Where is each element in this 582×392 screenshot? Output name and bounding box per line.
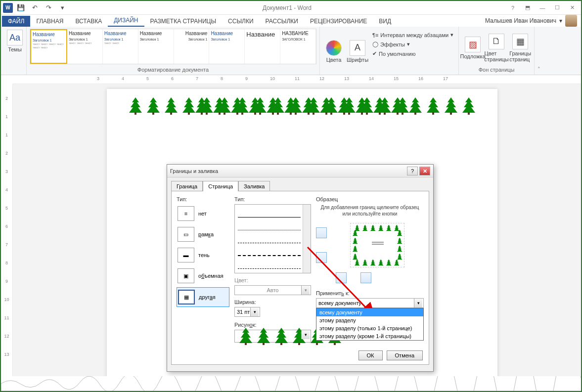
- svg-rect-30: [450, 112, 452, 115]
- svg-rect-31: [468, 112, 470, 115]
- apply-to-list[interactable]: всему документу этому разделу этому разд…: [316, 308, 424, 341]
- ribbon-tabs: ФАЙЛ ГЛАВНАЯ ВСТАВКА ДИЗАЙН РАЗМЕТКА СТР…: [1, 15, 581, 27]
- svg-rect-36: [316, 343, 318, 345]
- colors-icon: [326, 40, 342, 56]
- svg-rect-3: [188, 112, 190, 115]
- svg-rect-26: [379, 112, 381, 115]
- dialog-tab-shading[interactable]: Заливка: [238, 181, 270, 191]
- dialog-title-bar[interactable]: Границы и заливка ? ✕: [167, 165, 433, 177]
- tab-home[interactable]: ГЛАВНАЯ: [30, 16, 69, 27]
- help-button[interactable]: ?: [506, 3, 520, 13]
- svg-rect-32: [245, 343, 247, 345]
- dialog-body: Тип: ≡нет ▭рамка ▬тень ▣объемная ▦другая…: [171, 191, 429, 365]
- redo-button[interactable]: ↷: [43, 2, 54, 13]
- svg-rect-29: [432, 112, 434, 115]
- apply-opt-section-first[interactable]: этому разделу (только 1-й странице): [316, 324, 423, 332]
- preview-box[interactable]: [350, 223, 404, 267]
- svg-rect-17: [219, 112, 221, 115]
- themes-icon: Aa: [7, 30, 23, 45]
- tab-insert[interactable]: ВСТАВКА: [69, 16, 108, 27]
- svg-rect-20: [272, 112, 274, 115]
- tab-design[interactable]: ДИЗАЙН: [108, 15, 144, 27]
- apply-to-dropdown[interactable]: всему документу: [316, 298, 424, 308]
- svg-rect-37: [334, 343, 336, 345]
- apply-label: Применить к:: [316, 290, 424, 296]
- apply-opt-section-except-first[interactable]: этому разделу (кроме 1-й страницы): [316, 332, 423, 340]
- preview-bottom-btn[interactable]: [316, 252, 327, 263]
- user-name: Малышев Иван Иванович: [485, 17, 556, 24]
- svg-rect-23: [325, 112, 327, 115]
- border-right-trees: [193, 96, 478, 117]
- svg-rect-18: [236, 112, 238, 115]
- horizontal-ruler[interactable]: 34567891011121314151617: [13, 75, 581, 84]
- preview-top-btn[interactable]: [316, 227, 327, 238]
- type-label: Тип:: [177, 196, 229, 202]
- tab-page-layout[interactable]: РАЗМЕТКА СТРАНИЦЫ: [144, 16, 223, 27]
- qat-customize[interactable]: ▾: [56, 2, 68, 13]
- cancel-button[interactable]: Отмена: [387, 350, 423, 360]
- color-label: Цвет:: [234, 277, 311, 283]
- maximize-button[interactable]: ☐: [550, 3, 564, 13]
- tab-references[interactable]: ССЫЛКИ: [222, 16, 259, 27]
- page-color-icon: 🗋: [489, 34, 504, 49]
- paragraph-spacing-button[interactable]: ¶≡ Интервал между абзацами ▾: [370, 31, 455, 39]
- page-color-button[interactable]: 🗋Цвет страницы: [486, 29, 507, 67]
- ribbon-options-button[interactable]: ⬒: [521, 3, 535, 13]
- svg-rect-24: [343, 112, 345, 115]
- dialog-help-button[interactable]: ?: [407, 167, 418, 175]
- type-shadow[interactable]: ▬тень: [177, 246, 229, 264]
- preview-left-btn[interactable]: [336, 272, 347, 283]
- width-spinner[interactable]: 31 пт: [234, 307, 260, 317]
- apply-opt-whole-doc[interactable]: всему документу: [316, 308, 423, 316]
- avatar: [565, 15, 577, 27]
- style-gallery[interactable]: НазваниеЗаголовок 1текст текст текст тек…: [30, 29, 316, 64]
- vertical-ruler[interactable]: 2112345678910111213: [1, 84, 13, 390]
- group-format-label: Форматирование документа: [30, 67, 316, 74]
- svg-rect-27: [397, 112, 399, 115]
- tab-view[interactable]: ВИД: [373, 16, 397, 27]
- type-3d[interactable]: ▣объемная: [177, 266, 229, 285]
- type-custom[interactable]: ▦другая: [177, 287, 229, 307]
- user-area[interactable]: Малышев Иван Иванович ▾: [485, 15, 581, 27]
- colors-button[interactable]: Цвета: [323, 29, 345, 74]
- page-borders-button[interactable]: ▦Границы страниц: [509, 29, 531, 67]
- svg-rect-35: [298, 343, 300, 345]
- svg-rect-0: [134, 112, 136, 115]
- word-icon: W: [3, 3, 13, 13]
- window-title: Документ1 - Word: [68, 4, 506, 11]
- dialog-tab-border[interactable]: Граница: [171, 181, 203, 191]
- collapse-ribbon-button[interactable]: ˄: [535, 27, 543, 75]
- style-scrollbar[interactable]: [303, 205, 311, 273]
- tab-mailings[interactable]: РАССЫЛКИ: [260, 16, 304, 27]
- tab-review[interactable]: РЕЦЕНЗИРОВАНИЕ: [304, 16, 373, 27]
- watermark-icon: ▨: [465, 37, 481, 52]
- fonts-icon: A: [350, 40, 365, 56]
- apply-opt-section[interactable]: этому разделу: [316, 316, 423, 324]
- tab-file[interactable]: ФАЙЛ: [2, 16, 30, 27]
- fonts-button[interactable]: AШрифты: [347, 29, 368, 74]
- torn-edge: [1, 376, 582, 391]
- undo-button[interactable]: ↶: [29, 2, 41, 13]
- effects-button[interactable]: ◯ Эффекты ▾: [370, 40, 455, 48]
- svg-rect-16: [201, 112, 203, 115]
- dialog-tabs: Граница Страница Заливка: [167, 177, 433, 191]
- svg-rect-22: [308, 112, 310, 115]
- type-none[interactable]: ≡нет: [177, 204, 229, 223]
- svg-rect-28: [414, 112, 416, 115]
- svg-rect-1: [152, 112, 154, 115]
- save-button[interactable]: 💾: [15, 2, 27, 13]
- dialog-title: Границы и заливка: [170, 168, 405, 174]
- close-button[interactable]: ✕: [565, 3, 579, 13]
- art-dropdown[interactable]: [234, 330, 311, 343]
- dialog-tab-page[interactable]: Страница: [203, 181, 238, 191]
- set-default-button[interactable]: ✔ По умолчанию: [370, 49, 455, 58]
- line-style-list[interactable]: [234, 204, 311, 273]
- color-dropdown[interactable]: Авто: [234, 285, 311, 295]
- ok-button[interactable]: ОК: [358, 350, 383, 360]
- dialog-close-button[interactable]: ✕: [419, 167, 430, 175]
- watermark-button[interactable]: ▨Подложка: [462, 29, 484, 67]
- preview-right-btn[interactable]: [360, 272, 371, 283]
- type-box[interactable]: ▭рамка: [177, 225, 229, 244]
- minimize-button[interactable]: —: [536, 3, 549, 13]
- themes-button[interactable]: Aa Темы: [4, 29, 26, 53]
